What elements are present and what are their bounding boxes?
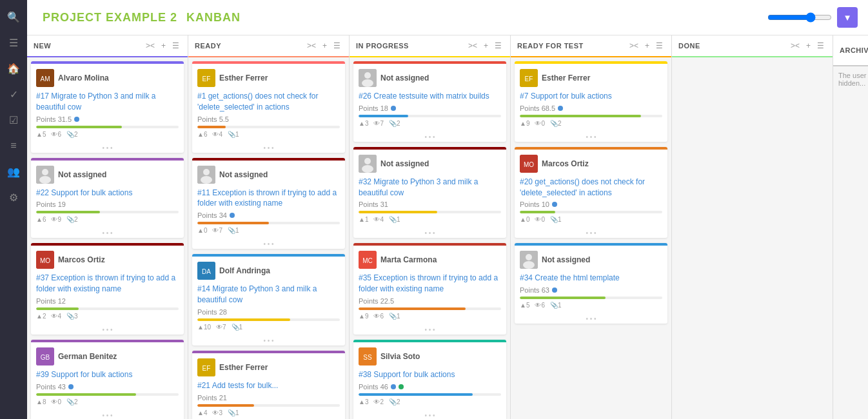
card-stats: ▲0 👁7 📎1 bbox=[197, 227, 340, 234]
collapse-column-button[interactable]: >< bbox=[466, 41, 479, 51]
filter-button[interactable]: ▼ bbox=[837, 7, 858, 28]
add-card-button[interactable]: + bbox=[482, 41, 490, 51]
stat-views: 👁0 bbox=[535, 120, 545, 127]
column-menu-button[interactable]: ☰ bbox=[170, 41, 181, 51]
stat-clips: 📎1 bbox=[228, 227, 239, 234]
card-user: EF Esther Ferrer bbox=[520, 69, 662, 87]
card-progress-bar bbox=[197, 222, 340, 224]
stat-votes: ▲8 bbox=[36, 398, 46, 405]
card-more[interactable]: • • • bbox=[515, 314, 667, 324]
stat-votes: ▲6 bbox=[36, 216, 46, 223]
stat-votes: ▲9 bbox=[520, 120, 529, 127]
card-title[interactable]: #7 Support for bulk actions bbox=[520, 91, 662, 102]
kanban-card: EF Esther Ferrer #1 get_actions() does n… bbox=[192, 61, 345, 153]
column-menu-button[interactable]: ☰ bbox=[654, 41, 665, 51]
card-title[interactable]: #35 Exception is thrown if trying to add… bbox=[359, 273, 501, 295]
card-stats: ▲8 👁0 📎2 bbox=[36, 398, 179, 405]
add-card-button[interactable]: + bbox=[804, 41, 813, 51]
card-title[interactable]: #21 Add tests for bulk... bbox=[197, 380, 340, 391]
zoom-slider[interactable] bbox=[767, 12, 832, 23]
card-title[interactable]: #37 Exception is thrown if trying to add… bbox=[36, 273, 179, 295]
card-more[interactable]: • • • bbox=[192, 239, 345, 249]
card-progress-fill bbox=[359, 115, 408, 117]
card-stats: ▲10 👁7 📎1 bbox=[197, 324, 340, 331]
collapse-column-button[interactable]: >< bbox=[627, 41, 640, 51]
add-card-button[interactable]: + bbox=[159, 41, 168, 51]
card-title[interactable]: #26 Create testsuite with matrix builds bbox=[359, 91, 501, 102]
column-menu-button[interactable]: ☰ bbox=[815, 41, 826, 51]
kanban-board: NEW >< + ☰ AM Alvaro Molina #17 Migrate … bbox=[27, 35, 868, 419]
stat-views: 👁4 bbox=[212, 131, 222, 138]
collapse-column-button[interactable]: >< bbox=[144, 41, 157, 51]
svg-point-3 bbox=[42, 169, 48, 175]
search-icon[interactable]: 🔍 bbox=[2, 5, 25, 28]
svg-point-4 bbox=[39, 176, 51, 184]
checkbox-icon[interactable]: ☑ bbox=[2, 108, 25, 132]
card-more[interactable]: • • • bbox=[515, 228, 667, 238]
card-content: GB German Benitez #39 Support for bulk a… bbox=[31, 342, 184, 411]
svg-text:EF: EF bbox=[525, 75, 533, 83]
list-icon[interactable]: ≡ bbox=[2, 134, 25, 157]
tasks-icon[interactable]: ✓ bbox=[2, 83, 25, 106]
card-more[interactable]: • • • bbox=[31, 143, 184, 153]
card-title[interactable]: #17 Migrate to Python 3 and milk a beaut… bbox=[36, 91, 179, 113]
card-more[interactable]: • • • bbox=[353, 325, 506, 335]
header-controls: ▼ bbox=[767, 7, 858, 28]
stat-votes: ▲5 bbox=[520, 302, 529, 309]
card-title[interactable]: #1 get_actions() does not check for 'del… bbox=[197, 91, 340, 113]
svg-point-12 bbox=[203, 169, 210, 175]
kanban-card: MC Marta Carmona #35 Exception is thrown… bbox=[353, 243, 506, 335]
card-content: MO Marcos Ortiz #20 get_actions() does n… bbox=[515, 150, 667, 229]
avatar: AM bbox=[36, 69, 54, 87]
collapse-column-button[interactable]: >< bbox=[789, 41, 802, 51]
card-username: Marcos Ortiz bbox=[58, 255, 105, 264]
stat-clips: 📎2 bbox=[66, 216, 78, 223]
stat-clips: 📎2 bbox=[550, 120, 562, 127]
column-title: READY FOR TEST bbox=[517, 42, 627, 50]
card-more[interactable]: • • • bbox=[192, 336, 345, 346]
card-more[interactable]: • • • bbox=[31, 325, 184, 335]
card-more[interactable]: • • • bbox=[31, 411, 184, 419]
card-title[interactable]: #32 Migrate to Python 3 and milk a beaut… bbox=[359, 177, 501, 199]
people-icon[interactable]: 👥 bbox=[2, 160, 25, 183]
kanban-column-archived: ARCHIVED >< + ☰ The user stories are hid… bbox=[833, 35, 868, 419]
column-actions: >< + ☰ bbox=[144, 41, 181, 51]
settings-icon[interactable]: ⚙ bbox=[2, 186, 25, 209]
card-title[interactable]: #39 Support for bulk actions bbox=[36, 369, 179, 380]
avatar bbox=[359, 155, 377, 173]
add-card-button[interactable]: + bbox=[321, 41, 329, 51]
column-header: READY FOR TEST >< + ☰ bbox=[511, 35, 671, 57]
stat-clips: 📎1 bbox=[389, 313, 400, 320]
stat-views: 👁0 bbox=[51, 398, 61, 405]
card-username: Not assigned bbox=[380, 73, 429, 83]
column-title: NEW bbox=[34, 42, 144, 50]
avatar: DA bbox=[197, 262, 215, 280]
column-menu-button[interactable]: ☰ bbox=[331, 41, 342, 51]
card-title[interactable]: #20 get_actions() does not check for 'de… bbox=[520, 177, 662, 199]
card-title[interactable]: #11 Exception is thrown if trying to add… bbox=[197, 188, 340, 210]
card-more[interactable]: • • • bbox=[515, 132, 667, 142]
card-more[interactable]: • • • bbox=[353, 228, 506, 238]
stat-votes: ▲10 bbox=[197, 324, 211, 331]
card-more[interactable]: • • • bbox=[192, 143, 345, 153]
card-username: Marcos Ortiz bbox=[542, 159, 589, 168]
column-menu-button[interactable]: ☰ bbox=[493, 41, 504, 51]
stat-views: 👁6 bbox=[535, 302, 545, 309]
card-more[interactable]: • • • bbox=[31, 228, 184, 238]
kanban-card: Not assigned #32 Migrate to Python 3 and… bbox=[353, 147, 506, 239]
add-card-button[interactable]: + bbox=[643, 41, 651, 51]
menu-icon[interactable]: ☰ bbox=[2, 31, 25, 54]
card-title[interactable]: #14 Migrate to Python 3 and milk a beaut… bbox=[197, 284, 340, 306]
archived-text: The user stories are hidden... bbox=[833, 66, 868, 92]
card-stats: ▲3 👁7 📎2 bbox=[359, 120, 501, 127]
collapse-column-button[interactable]: >< bbox=[305, 41, 318, 51]
card-title[interactable]: #38 Support for bulk actions bbox=[359, 369, 501, 380]
card-stats: ▲2 👁4 📎3 bbox=[36, 313, 179, 320]
home-icon[interactable]: 🏠 bbox=[2, 57, 25, 80]
card-title[interactable]: #34 Create the html template bbox=[520, 273, 662, 284]
column-body: EF Esther Ferrer #7 Support for bulk act… bbox=[511, 57, 671, 419]
card-more[interactable]: • • • bbox=[353, 411, 506, 419]
card-progress-fill bbox=[36, 126, 122, 128]
card-title[interactable]: #22 Support for bulk actions bbox=[36, 188, 179, 199]
card-more[interactable]: • • • bbox=[353, 132, 506, 142]
